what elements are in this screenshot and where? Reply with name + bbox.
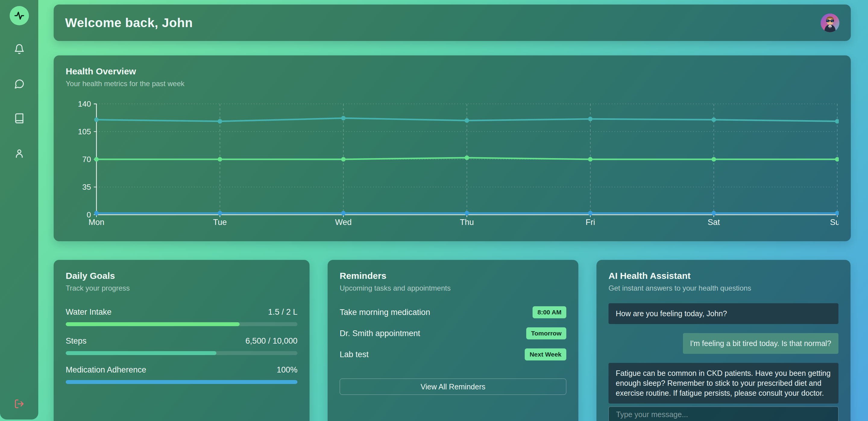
goals-list: Water Intake1.5 / 2 LSteps6,500 / 10,000…	[66, 307, 298, 394]
reminder-badge: Next Week	[525, 349, 566, 360]
svg-text:Sat: Sat	[708, 218, 720, 227]
reminders-title: Reminders	[340, 271, 566, 281]
goal-value: 100%	[277, 365, 298, 375]
main-content: Welcome back, John	[54, 4, 851, 421]
health-chart: 03570105140MonTueWedThuFriSatSun	[66, 90, 839, 227]
chart-wrap: 03570105140MonTueWedThuFriSatSun	[66, 90, 839, 229]
daily-goals-subtitle: Track your progress	[66, 284, 298, 292]
svg-text:35: 35	[82, 183, 91, 192]
user-avatar[interactable]	[821, 13, 839, 32]
reminder-label: Dr. Smith appointment	[340, 329, 420, 338]
bottom-row: Daily Goals Track your progress Water In…	[54, 260, 851, 421]
reminder-row: Lab testNext Week	[340, 349, 566, 360]
messages-button[interactable]	[13, 77, 26, 91]
daily-goals-card: Daily Goals Track your progress Water In…	[54, 260, 310, 421]
health-overview-card: Health Overview Your health metrics for …	[54, 56, 851, 241]
page-header: Welcome back, John	[54, 4, 851, 41]
svg-text:Sun: Sun	[830, 218, 839, 227]
goal-progress-track	[66, 322, 298, 326]
ai-assistant-subtitle: Get instant answers to your health quest…	[609, 284, 838, 292]
svg-text:105: 105	[78, 127, 91, 136]
svg-text:70: 70	[82, 155, 91, 164]
person-icon	[14, 148, 25, 159]
avatar-image	[821, 13, 839, 32]
reminder-row: Take morning medication8:00 AM	[340, 306, 566, 318]
goal-row: Medication Adherence100%	[66, 365, 298, 384]
goal-progress-track	[66, 351, 298, 355]
bell-icon	[14, 44, 25, 55]
svg-text:Thu: Thu	[460, 218, 474, 227]
svg-text:Tue: Tue	[213, 218, 227, 227]
svg-text:Mon: Mon	[89, 218, 104, 227]
notifications-button[interactable]	[13, 42, 26, 56]
ai-assistant-title: AI Health Assistant	[609, 271, 838, 281]
chat-bubble-icon	[14, 78, 25, 90]
daily-goals-title: Daily Goals	[66, 271, 298, 281]
chat-message-user: I'm feeling a bit tired today. Is that n…	[683, 333, 838, 354]
goal-label: Water Intake	[66, 307, 112, 317]
reminder-label: Take morning medication	[340, 308, 430, 317]
goal-line: Steps6,500 / 10,000	[66, 336, 298, 346]
goal-progress-fill	[66, 322, 240, 326]
reminders-subtitle: Upcoming tasks and appointments	[340, 284, 566, 292]
reminder-badge: 8:00 AM	[532, 306, 566, 318]
reminder-label: Lab test	[340, 350, 369, 359]
health-overview-title: Health Overview	[66, 66, 839, 76]
book-icon	[14, 113, 25, 124]
goal-progress-fill	[66, 351, 216, 355]
chat-message-assistant: Fatigue can be common in CKD patients. H…	[609, 363, 838, 403]
chat-message-assistant: How are you feeling today, John?	[609, 303, 838, 324]
health-overview-subtitle: Your health metrics for the past week	[66, 79, 839, 88]
app-logo-button[interactable]	[10, 6, 29, 25]
goal-value: 6,500 / 10,000	[245, 336, 298, 346]
chat-input[interactable]	[609, 407, 838, 421]
svg-text:140: 140	[78, 99, 91, 108]
reminders-list: Take morning medication8:00 AMDr. Smith …	[340, 306, 566, 369]
page-title: Welcome back, John	[65, 15, 193, 30]
logout-button[interactable]	[13, 397, 26, 411]
view-all-reminders-button[interactable]: View All Reminders	[340, 379, 566, 395]
goal-progress-track	[66, 380, 298, 384]
activity-icon	[14, 10, 25, 21]
goal-label: Medication Adherence	[66, 365, 146, 375]
reminders-card: Reminders Upcoming tasks and appointment…	[328, 260, 578, 421]
svg-text:Fri: Fri	[586, 218, 595, 227]
goal-label: Steps	[66, 336, 87, 346]
svg-text:Wed: Wed	[335, 218, 352, 227]
reminder-badge: Tomorrow	[526, 327, 566, 339]
goal-value: 1.5 / 2 L	[268, 307, 298, 317]
journal-button[interactable]	[13, 112, 26, 125]
goal-row: Steps6,500 / 10,000	[66, 336, 298, 355]
goal-line: Medication Adherence100%	[66, 365, 298, 375]
chat-message-list: How are you feeling today, John?I'm feel…	[609, 303, 838, 403]
goal-progress-fill	[66, 380, 298, 384]
reminder-row: Dr. Smith appointmentTomorrow	[340, 327, 566, 339]
logout-icon	[14, 399, 24, 409]
ai-assistant-card: AI Health Assistant Get instant answers …	[596, 260, 850, 421]
goal-row: Water Intake1.5 / 2 L	[66, 307, 298, 326]
profile-button[interactable]	[13, 147, 26, 160]
sidebar	[0, 0, 38, 420]
goal-line: Water Intake1.5 / 2 L	[66, 307, 298, 317]
